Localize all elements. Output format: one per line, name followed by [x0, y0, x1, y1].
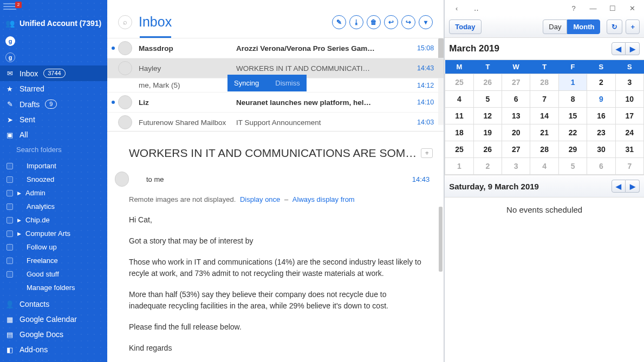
calendar-day[interactable]: 20 — [502, 124, 530, 141]
dropdown-icon[interactable]: ▾ — [419, 15, 433, 29]
search-icon[interactable]: ⌕ — [118, 15, 132, 29]
checkbox[interactable] — [6, 176, 13, 183]
dismiss-button[interactable]: Dismiss — [275, 79, 300, 87]
edit-icon[interactable]: ✎ — [332, 15, 346, 29]
delete-icon[interactable]: 🗑 — [367, 15, 381, 29]
refresh-icon[interactable]: ↻ — [607, 19, 622, 34]
always-display-link[interactable]: Always display from — [292, 195, 355, 203]
checkbox[interactable] — [6, 244, 13, 251]
calendar-day[interactable]: 4 — [530, 158, 558, 175]
calendar-day[interactable]: 14 — [530, 108, 558, 124]
folder-snoozed[interactable]: Snoozed — [6, 173, 107, 186]
calendar-day[interactable]: 21 — [530, 124, 558, 141]
prev-month-icon[interactable]: ◀ — [612, 42, 626, 55]
folder-important[interactable]: Important — [6, 159, 107, 173]
folder-computer-arts[interactable]: ▶Computer Arts — [6, 227, 107, 240]
help-icon[interactable]: ? — [566, 2, 581, 14]
sidebar-contacts[interactable]: 👤Contacts — [0, 297, 107, 312]
scrollbar[interactable] — [439, 207, 443, 320]
calendar-day[interactable]: 4 — [445, 91, 473, 108]
calendar-day[interactable]: 27 — [502, 141, 530, 158]
calendar-day[interactable]: 10 — [615, 91, 643, 108]
calendar-day[interactable]: 25 — [445, 74, 473, 91]
calendar-day[interactable]: 28 — [530, 141, 558, 158]
calendar-day[interactable]: 2 — [473, 158, 502, 175]
today-button[interactable]: Today — [449, 19, 481, 34]
folder-chip-de[interactable]: ▶Chip.de — [6, 213, 107, 227]
calendar-day[interactable]: 3 — [502, 158, 530, 175]
calendar-day[interactable]: 31 — [615, 141, 643, 158]
calendar-day[interactable]: 22 — [558, 124, 587, 141]
calendar-day[interactable]: 12 — [473, 108, 502, 124]
nav-all[interactable]: ▣All — [0, 127, 107, 142]
reply-icon[interactable]: ↩ — [384, 15, 398, 29]
subaccount-2[interactable]: g — [0, 49, 107, 65]
back-icon[interactable]: ‹ — [449, 2, 464, 14]
nav-drafts[interactable]: ✎Drafts9 — [0, 96, 107, 112]
calendar-day[interactable]: 26 — [473, 141, 502, 158]
calendar-day[interactable]: 25 — [445, 141, 473, 158]
calendar-day[interactable]: 16 — [587, 108, 615, 124]
calendar-day[interactable]: 11 — [445, 108, 473, 124]
calendar-day[interactable]: 18 — [445, 124, 473, 141]
account-header[interactable]: 👥 Unified Account (7391) — [0, 14, 107, 33]
folder-follow-up[interactable]: Follow up — [6, 240, 107, 254]
checkbox[interactable] — [6, 271, 13, 278]
month-button[interactable]: Month — [567, 19, 600, 34]
calendar-day[interactable]: 9 — [587, 91, 615, 108]
calendar-day[interactable]: 6 — [502, 91, 530, 108]
calendar-day[interactable]: 1 — [445, 158, 473, 175]
message-row[interactable]: MassdropArozzi Verona/Verona Pro Series … — [107, 38, 444, 58]
calendar-day[interactable]: 28 — [530, 74, 558, 91]
calendar-day[interactable]: 6 — [587, 158, 615, 175]
checkbox[interactable] — [6, 163, 13, 169]
checkbox[interactable] — [6, 258, 13, 264]
next-month-icon[interactable]: ▶ — [626, 42, 640, 55]
folder-good-stuff[interactable]: Good stuff — [6, 267, 107, 281]
calendar-day[interactable]: 1 — [558, 74, 587, 91]
sidebar-add-ons[interactable]: ◧Add-ons — [0, 342, 107, 357]
close-icon[interactable]: ✕ — [625, 2, 640, 14]
calendar-day[interactable]: 29 — [558, 141, 587, 158]
calendar-day[interactable]: 24 — [615, 124, 643, 141]
checkbox[interactable] — [6, 231, 13, 237]
display-once-link[interactable]: Display once — [240, 195, 280, 203]
minimize-icon[interactable]: — — [586, 2, 601, 14]
calendar-day[interactable]: 26 — [473, 74, 502, 91]
calendar-day[interactable]: 27 — [502, 74, 530, 91]
next-day-icon[interactable]: ▶ — [626, 180, 640, 193]
folder-admin[interactable]: ▶Admin — [6, 186, 107, 200]
calendar-day[interactable]: 7 — [615, 158, 643, 175]
overflow-icon[interactable]: ‥ — [469, 2, 484, 14]
day-button[interactable]: Day — [543, 19, 567, 34]
folder-analytics[interactable]: Analytics — [6, 200, 107, 213]
checkbox[interactable] — [6, 217, 13, 223]
calendar-day[interactable]: 19 — [473, 124, 502, 141]
calendar-day[interactable]: 13 — [502, 108, 530, 124]
message-row[interactable]: LizNeuranet launches new platform, hel…1… — [107, 93, 444, 113]
message-row[interactable]: Futurenow Shared MailboxIT Support Annou… — [107, 113, 444, 131]
sidebar-google-calendar[interactable]: ▦Google Calendar — [0, 312, 107, 327]
add-event-icon[interactable]: + — [626, 19, 640, 34]
folder-freelance[interactable]: Freelance — [6, 254, 107, 267]
nav-inbox[interactable]: ✉Inbox3744 — [0, 65, 107, 81]
calendar-day[interactable]: 23 — [587, 124, 615, 141]
calendar-day[interactable]: 5 — [473, 91, 502, 108]
prev-day-icon[interactable]: ◀ — [612, 180, 626, 193]
add-tag-icon[interactable]: + — [421, 148, 433, 158]
calendar-day[interactable]: 30 — [587, 141, 615, 158]
calendar-day[interactable]: 3 — [615, 74, 643, 91]
calendar-day[interactable]: 17 — [615, 108, 643, 124]
folder-manage-folders[interactable]: Manage folders — [6, 281, 107, 294]
forward-icon[interactable]: ↪ — [401, 15, 415, 29]
menu-icon[interactable] — [3, 3, 16, 12]
sidebar-google-docs[interactable]: ▤Google Docs — [0, 327, 107, 342]
calendar-day[interactable]: 8 — [558, 91, 587, 108]
calendar-day[interactable]: 5 — [558, 158, 587, 175]
calendar-day[interactable]: 15 — [558, 108, 587, 124]
calendar-day[interactable]: 2 — [587, 74, 615, 91]
search-folders[interactable]: Search folders — [0, 142, 107, 157]
maximize-icon[interactable]: ☐ — [605, 2, 620, 14]
nav-starred[interactable]: ★Starred — [0, 81, 107, 96]
nav-sent[interactable]: ➤Sent — [0, 112, 107, 127]
